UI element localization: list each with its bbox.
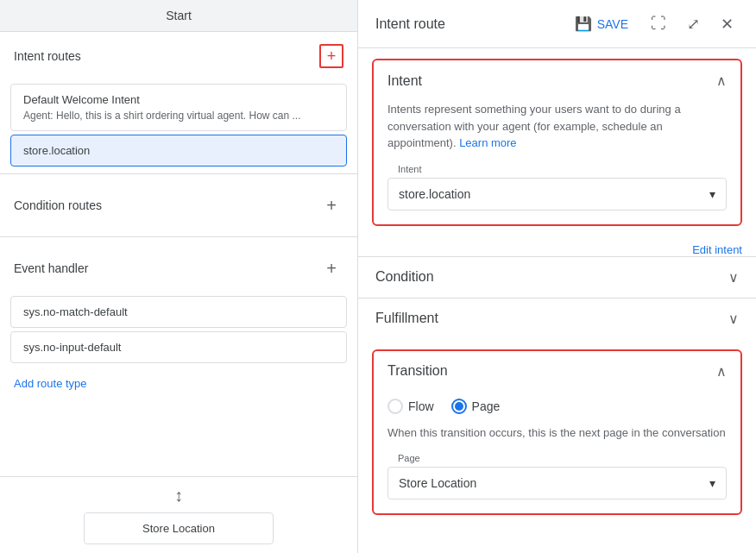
page-radio-circle bbox=[451, 399, 467, 414]
fulfillment-label: Fulfillment bbox=[375, 311, 438, 326]
intent-route-title: Intent route bbox=[375, 16, 558, 32]
flow-radio[interactable]: Flow bbox=[387, 399, 434, 414]
intent-select-chevron: ▾ bbox=[709, 187, 715, 201]
condition-section: Condition ∨ bbox=[358, 256, 756, 298]
page-select-chevron: ▾ bbox=[709, 476, 715, 490]
fulfillment-chevron: ∨ bbox=[728, 311, 739, 327]
close-button[interactable]: ✕ bbox=[715, 13, 739, 35]
edit-intent-row: Edit intent bbox=[358, 236, 756, 256]
condition-chevron: ∨ bbox=[728, 269, 739, 286]
route-item-sub: Agent: Hello, this is a shirt ordering v… bbox=[23, 110, 334, 122]
fullscreen-button[interactable]: ⛶ bbox=[646, 13, 671, 35]
route-item-name: store.location bbox=[23, 144, 334, 157]
intent-select[interactable]: store.location ▾ bbox=[387, 178, 727, 211]
flow-radio-circle bbox=[387, 399, 403, 414]
transition-section-header: Transition ∧ bbox=[374, 351, 740, 392]
save-button[interactable]: 💾 SAVE bbox=[568, 12, 635, 35]
event-item-name: sys.no-input-default bbox=[23, 341, 334, 354]
add-condition-route-button[interactable]: + bbox=[319, 193, 343, 217]
page-field-label: Page bbox=[387, 453, 727, 463]
intent-section-label: Intent bbox=[387, 73, 422, 89]
save-label: SAVE bbox=[597, 17, 628, 31]
intent-select-value: store.location bbox=[399, 187, 470, 201]
condition-label: Condition bbox=[375, 269, 434, 285]
divider-1 bbox=[0, 173, 357, 174]
intent-routes-section-header: Intent routes + bbox=[0, 32, 357, 80]
intent-field-label: Intent bbox=[387, 164, 727, 174]
left-panel: Start Intent routes + Default Welcome In… bbox=[0, 0, 358, 553]
footer-page-box[interactable]: Store Location bbox=[84, 512, 274, 544]
save-icon: 💾 bbox=[575, 16, 592, 32]
transition-section: Transition ∧ Flow Page When this transit… bbox=[372, 349, 742, 516]
page-select[interactable]: Store Location ▾ bbox=[387, 467, 727, 500]
event-handler-section-header: Event handler + bbox=[0, 244, 357, 292]
condition-header[interactable]: Condition ∨ bbox=[358, 257, 756, 298]
intent-section: Intent ∧ Intents represent something you… bbox=[372, 59, 742, 226]
event-handler-label: Event handler bbox=[14, 261, 88, 275]
fulfillment-header[interactable]: Fulfillment ∨ bbox=[358, 298, 756, 339]
add-event-handler-button[interactable]: + bbox=[319, 256, 343, 280]
route-item-name: Default Welcome Intent bbox=[23, 93, 334, 106]
expand-button[interactable]: ⤢ bbox=[682, 13, 705, 35]
event-item-no-input[interactable]: sys.no-input-default bbox=[10, 331, 347, 363]
learn-more-link[interactable]: Learn more bbox=[459, 136, 516, 149]
transition-label: Transition bbox=[387, 363, 448, 379]
page-radio[interactable]: Page bbox=[451, 399, 501, 414]
transition-chevron[interactable]: ∧ bbox=[716, 363, 727, 380]
left-body: Intent routes + Default Welcome Intent A… bbox=[0, 32, 357, 476]
flow-radio-label: Flow bbox=[408, 399, 434, 413]
transition-type-row: Flow Page bbox=[387, 392, 727, 424]
intent-routes-label: Intent routes bbox=[14, 49, 81, 63]
intent-description: Intents represent something your users w… bbox=[387, 101, 727, 152]
event-item-no-match[interactable]: sys.no-match-default bbox=[10, 296, 347, 328]
route-item-default-welcome[interactable]: Default Welcome Intent Agent: Hello, thi… bbox=[10, 84, 347, 131]
right-panel: Intent route 💾 SAVE ⛶ ⤢ ✕ Intent ∧ Inten… bbox=[358, 0, 756, 553]
expand-icon: ⤢ bbox=[687, 16, 700, 33]
start-header: Start bbox=[0, 0, 357, 32]
start-label: Start bbox=[166, 9, 192, 22]
close-icon: ✕ bbox=[721, 16, 734, 33]
condition-routes-section-header: Condition routes + bbox=[0, 181, 357, 229]
page-radio-label: Page bbox=[472, 399, 501, 413]
right-header: Intent route 💾 SAVE ⛶ ⤢ ✕ bbox=[358, 0, 756, 48]
intent-section-header: Intent ∧ bbox=[374, 60, 740, 101]
footer-page-label: Store Location bbox=[142, 522, 215, 535]
intent-section-chevron[interactable]: ∧ bbox=[716, 72, 727, 89]
add-intent-route-button[interactable]: + bbox=[319, 44, 343, 68]
fullscreen-icon: ⛶ bbox=[651, 15, 666, 32]
transition-description: When this transition occurs, this is the… bbox=[387, 424, 727, 442]
route-item-store-location[interactable]: store.location bbox=[10, 135, 347, 167]
event-item-name: sys.no-match-default bbox=[23, 305, 334, 318]
condition-routes-label: Condition routes bbox=[14, 198, 102, 212]
transition-section-content: Flow Page When this transition occurs, t… bbox=[374, 392, 740, 514]
left-footer: ↕ Store Location bbox=[0, 476, 357, 553]
intent-section-content: Intents represent something your users w… bbox=[374, 101, 740, 224]
add-route-type-link[interactable]: Add route type bbox=[0, 367, 357, 400]
fulfillment-section: Fulfillment ∨ bbox=[358, 298, 756, 339]
divider-2 bbox=[0, 236, 357, 237]
page-select-value: Store Location bbox=[399, 476, 476, 490]
arrow-down-icon: ↕ bbox=[174, 486, 183, 506]
edit-intent-button[interactable]: Edit intent bbox=[692, 243, 742, 256]
